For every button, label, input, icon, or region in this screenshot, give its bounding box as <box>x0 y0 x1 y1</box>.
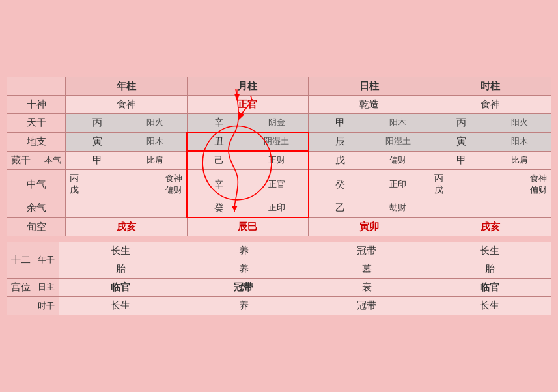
label-benqi: 本气 <box>44 154 61 167</box>
label-xunkong: 旬空 <box>7 217 66 236</box>
shi-tiangan: 丙 阳火 <box>430 114 551 133</box>
nian-zq-shen1: 食神 <box>165 173 182 184</box>
shi-zq-char2: 戊 <box>434 184 443 196</box>
yue-tg-char: 辛 <box>191 117 247 129</box>
yue-yuegan: 养 <box>182 260 305 279</box>
shi-bq-shen: 比肩 <box>492 154 547 167</box>
header-nian: 年柱 <box>66 77 187 96</box>
ri-shigan: 冠带 <box>305 297 428 315</box>
yue-dz-char: 丑 <box>191 135 246 148</box>
label-shier: 十二 年干 <box>7 242 59 279</box>
shi-xunkong: 戌亥 <box>430 217 551 236</box>
shi-tg-elem: 阳火 <box>492 117 547 129</box>
shi-niangan: 长生 <box>428 242 551 260</box>
yue-shishen: 正官 <box>187 96 308 114</box>
yue-benqi: 己 正财 <box>187 151 308 170</box>
niangan-row: 十二 年干 长生 养 冠带 长生 <box>7 242 551 260</box>
ri-yuqi: 乙 劫财 <box>309 199 430 218</box>
yue-zq-char: 辛 <box>191 178 246 191</box>
shigan-row: 时干 长生 养 冠带 长生 <box>7 297 551 315</box>
nian-dz-char: 寅 <box>70 135 124 148</box>
yue-xunkong: 辰巳 <box>187 217 308 236</box>
ri-tiangan: 甲 阳木 <box>309 114 430 133</box>
nian-bq-shen: 比肩 <box>128 154 182 167</box>
ri-niangan: 冠带 <box>305 242 428 260</box>
top-table: 年柱 月柱 日柱 时柱 十神 食神 正官 乾造 食神 天干 <box>7 77 551 236</box>
shi-benqi: 甲 比肩 <box>430 151 551 170</box>
label-niangan: 年干 <box>38 254 55 266</box>
shi-bq-char: 甲 <box>434 154 490 167</box>
label-gongwei-rizhu: 宫位 日主 <box>7 279 59 297</box>
ri-dizhi: 辰 阳湿土 <box>309 132 430 151</box>
yue-yuqi: 癸 正印 <box>187 199 308 218</box>
dizhi-row: 地支 寅 阳木 丑 阴湿土 <box>7 132 551 151</box>
nian-zq-shen2: 偏财 <box>165 184 182 196</box>
shi-dz-elem: 阳木 <box>492 135 547 148</box>
shishen-row: 十神 食神 正官 乾造 食神 <box>7 96 551 114</box>
ri-bq-char: 戊 <box>313 154 368 167</box>
ri-zq-char: 癸 <box>313 178 368 191</box>
header-row: 年柱 月柱 日柱 时柱 <box>7 77 551 96</box>
nian-shishen: 食神 <box>66 96 187 114</box>
ri-bq-shen: 偏财 <box>370 154 425 167</box>
shi-dz-char: 寅 <box>434 135 490 148</box>
top-table-wrapper: 年柱 月柱 日柱 时柱 十神 食神 正官 乾造 食神 天干 <box>7 77 551 236</box>
rizhu-row: 宫位 日主 临官 冠带 衰 临官 <box>7 279 551 297</box>
canggan-benqi-row: 藏干 本气 甲 比肩 己 正财 <box>7 151 551 170</box>
label-yuqi: 余气 <box>7 199 66 218</box>
shi-shigan: 长生 <box>428 297 551 315</box>
shi-zq-char1: 丙 <box>434 173 443 184</box>
ri-tg-char: 甲 <box>313 117 368 129</box>
label-canggan-main: 藏干 <box>11 154 31 167</box>
yue-yq-shen: 正印 <box>249 202 303 214</box>
bottom-table: 十二 年干 长生 养 冠带 长生 胎 养 墓 胎 <box>7 242 551 315</box>
section-gap <box>7 236 551 242</box>
yue-zhongqi: 辛 正官 <box>187 170 308 199</box>
nian-yuqi <box>66 199 187 218</box>
ri-yq-char: 乙 <box>313 202 368 214</box>
label-shier-text: 十二 <box>11 254 31 266</box>
label-gongwei: 宫位 <box>11 281 31 294</box>
nian-niangan: 长生 <box>59 242 182 260</box>
nian-zq-char1: 丙 <box>70 173 79 184</box>
nian-yuegan: 胎 <box>59 260 182 279</box>
label-dizhi: 地支 <box>7 132 66 151</box>
nian-dizhi: 寅 阳木 <box>66 132 187 151</box>
yue-rizhu: 冠带 <box>182 279 305 297</box>
yue-bq-shen: 正财 <box>249 154 303 167</box>
bottom-table-wrapper: 十二 年干 长生 养 冠带 长生 胎 养 墓 胎 <box>7 242 551 315</box>
yue-yq-char: 癸 <box>191 202 246 214</box>
yue-shigan: 养 <box>182 297 305 315</box>
yue-dz-elem: 阴湿土 <box>249 135 303 148</box>
ri-yuegan: 墓 <box>305 260 428 279</box>
shi-zq-shen2: 偏财 <box>530 184 547 196</box>
header-yue: 月柱 <box>187 77 308 96</box>
header-shi: 时柱 <box>430 77 551 96</box>
label-zhongqi: 中气 <box>7 170 66 199</box>
nian-rizhu: 临官 <box>59 279 182 297</box>
ri-xunkong: 寅卯 <box>309 217 430 236</box>
yue-bq-char: 己 <box>191 154 246 167</box>
zhongqi-row: 中气 丙 食神 戊 偏财 辛 <box>7 170 551 199</box>
shi-shishen: 食神 <box>430 96 551 114</box>
label-tiangan: 天干 <box>7 114 66 133</box>
ri-dz-elem: 阳湿土 <box>370 135 425 148</box>
yuqi-row: 余气 癸 正印 乙 劫财 <box>7 199 551 218</box>
shi-yuqi <box>430 199 551 218</box>
nian-shigan: 长生 <box>59 297 182 315</box>
yuegan-row: 胎 养 墓 胎 <box>7 260 551 279</box>
yue-tg-elem: 阴金 <box>249 117 304 129</box>
ri-yq-shen: 劫财 <box>370 202 425 214</box>
ri-rizhu: 衰 <box>305 279 428 297</box>
label-zhongqi-text: 中气 <box>27 179 46 189</box>
label-canggan: 藏干 本气 <box>7 151 66 170</box>
ri-zhongqi: 癸 正印 <box>309 170 430 199</box>
ri-shishen: 乾造 <box>309 96 430 114</box>
shi-tg-char: 丙 <box>434 117 490 129</box>
yue-niangan: 养 <box>182 242 305 260</box>
nian-tg-elem: 阳火 <box>128 117 183 129</box>
yue-zq-shen: 正官 <box>249 178 303 191</box>
nian-dz-elem: 阳木 <box>128 135 182 148</box>
ri-benqi: 戊 偏财 <box>309 151 430 170</box>
xunkong-row: 旬空 戌亥 辰巳 寅卯 戌亥 <box>7 217 551 236</box>
